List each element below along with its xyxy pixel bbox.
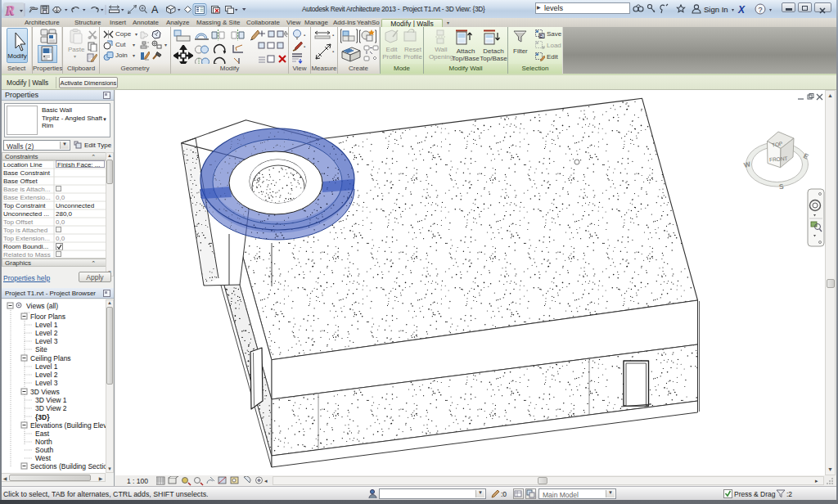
svg-text:North: North bbox=[35, 438, 52, 446]
svg-text:3D Views: 3D Views bbox=[30, 388, 60, 396]
svg-text:Views (all): Views (all) bbox=[26, 302, 58, 310]
svg-text:{3D}: {3D} bbox=[35, 413, 50, 421]
svg-text:South: South bbox=[35, 446, 53, 454]
svg-text:X: X bbox=[737, 4, 746, 16]
svg-text:Level 1: Level 1 bbox=[35, 362, 58, 371]
svg-text:West: West bbox=[35, 454, 52, 462]
svg-text:R: R bbox=[6, 3, 16, 17]
svg-text:Sign In: Sign In bbox=[704, 5, 728, 14]
svg-text:A: A bbox=[151, 4, 159, 16]
svg-text:Level 3: Level 3 bbox=[35, 379, 58, 387]
svg-text:Site: Site bbox=[35, 345, 47, 353]
svg-text:East: East bbox=[35, 430, 50, 438]
svg-text:Elevations (Building Elevatio: Elevations (Building Elevatio bbox=[30, 421, 106, 430]
svg-text:Level 2: Level 2 bbox=[35, 371, 58, 379]
svg-text:Level 2: Level 2 bbox=[35, 329, 58, 337]
svg-text:3D View 2: 3D View 2 bbox=[35, 404, 67, 412]
svg-text:Ceiling Plans: Ceiling Plans bbox=[30, 354, 71, 362]
svg-text:Level 3: Level 3 bbox=[35, 337, 58, 345]
svg-text:B: B bbox=[540, 34, 543, 38]
svg-text:3D View 1: 3D View 1 bbox=[35, 396, 67, 404]
svg-text:Floor Plans: Floor Plans bbox=[30, 313, 65, 321]
svg-text:?: ? bbox=[759, 6, 763, 14]
svg-text:Level 1: Level 1 bbox=[35, 321, 58, 329]
svg-text:Sections (Building Section): Sections (Building Section) bbox=[30, 462, 106, 470]
